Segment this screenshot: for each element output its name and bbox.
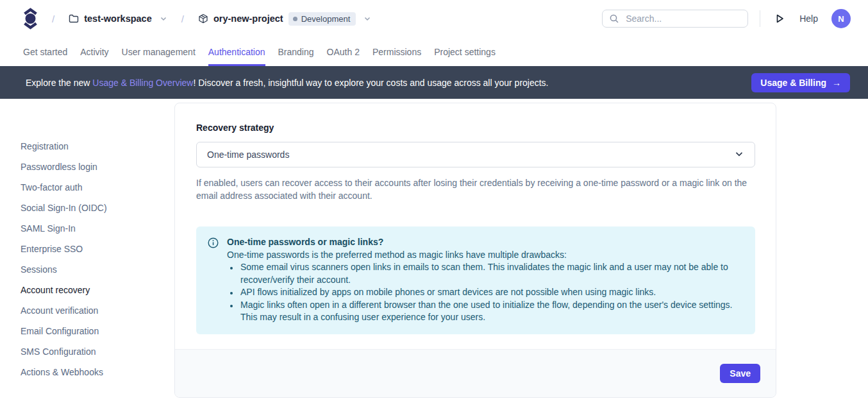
tab-branding[interactable]: Branding — [278, 37, 314, 66]
account-recovery-card: Recovery strategy One-time passwords If … — [174, 103, 776, 398]
recovery-strategy-selected-value: One-time passwords — [207, 149, 289, 160]
recovery-strategy-label: Recovery strategy — [196, 123, 755, 133]
sidebar-item-saml-sign-in[interactable]: SAML Sign-In — [21, 218, 174, 239]
info-box-bullet-list: Some email virus scanners open links in … — [227, 261, 742, 324]
top-header: / test-workspace / ory-new-project Devel… — [0, 0, 868, 37]
sidebar-item-email-configuration[interactable]: Email Configuration — [21, 321, 174, 341]
header-divider — [760, 10, 760, 27]
tab-project-settings[interactable]: Project settings — [434, 37, 496, 66]
tab-permissions[interactable]: Permissions — [372, 37, 421, 66]
recovery-strategy-select[interactable]: One-time passwords — [196, 142, 755, 167]
workspace-selector[interactable]: test-workspace — [69, 13, 167, 24]
usage-billing-banner: Explore the new Usage & Billing Overview… — [0, 66, 868, 99]
sidebar-item-two-factor-auth[interactable]: Two-factor auth — [21, 177, 174, 198]
project-selector[interactable]: ory-new-project Development — [198, 12, 371, 26]
sidebar-item-sessions[interactable]: Sessions — [21, 259, 174, 280]
authentication-sidebar: Registration Passwordless login Two-fact… — [0, 99, 174, 401]
usage-billing-overview-link[interactable]: Usage & Billing Overview — [92, 78, 193, 88]
sidebar-item-enterprise-sso[interactable]: Enterprise SSO — [21, 239, 174, 259]
tab-oauth2[interactable]: OAuth 2 — [327, 37, 360, 66]
help-link[interactable]: Help — [799, 13, 818, 24]
tab-authentication[interactable]: Authentication — [208, 37, 265, 66]
package-icon — [198, 13, 208, 24]
folder-icon — [69, 13, 79, 24]
chevron-down-icon — [363, 15, 371, 22]
info-box-bullet: Magic links often open in a different br… — [239, 299, 742, 324]
breadcrumb-separator: / — [52, 13, 54, 24]
usage-billing-button[interactable]: Usage & Billing → — [751, 73, 850, 92]
sidebar-item-actions-webhooks[interactable]: Actions & Webhooks — [21, 362, 174, 382]
play-icon[interactable] — [771, 10, 788, 27]
card-footer: Save — [175, 349, 776, 397]
usage-billing-button-label: Usage & Billing — [760, 78, 826, 88]
sidebar-item-sms-configuration[interactable]: SMS Configuration — [21, 341, 174, 362]
banner-text-after: ! Discover a fresh, insightful way to ex… — [193, 78, 548, 88]
info-icon — [208, 237, 219, 324]
info-box: One-time passwords or magic links? One-t… — [196, 226, 755, 334]
breadcrumb-separator: / — [181, 13, 184, 24]
user-avatar[interactable]: N — [831, 9, 851, 28]
banner-text-before: Explore the new — [26, 78, 92, 88]
chevron-down-icon — [160, 15, 167, 22]
info-box-bullet: API flows initialized by apps on mobile … — [239, 286, 742, 299]
workspace-name: test-workspace — [84, 13, 152, 24]
tab-activity[interactable]: Activity — [80, 37, 108, 66]
environment-label: Development — [301, 14, 351, 24]
save-button[interactable]: Save — [720, 364, 760, 383]
search-input[interactable] — [624, 13, 741, 24]
account-recovery-form: Recovery strategy One-time passwords If … — [175, 103, 776, 349]
recovery-description: If enabled, users can recover access to … — [196, 176, 755, 202]
sidebar-item-account-verification[interactable]: Account verification — [21, 300, 174, 321]
arrow-right-icon: → — [832, 78, 841, 88]
search-box[interactable] — [602, 10, 748, 28]
project-name: ory-new-project — [213, 13, 283, 24]
sidebar-item-account-recovery[interactable]: Account recovery — [21, 280, 174, 300]
ory-logo-icon[interactable] — [23, 6, 38, 31]
sidebar-item-passwordless-login[interactable]: Passwordless login — [21, 157, 174, 177]
tab-user-management[interactable]: User management — [122, 37, 196, 66]
project-nav-tabs: Get started Activity User management Aut… — [0, 37, 868, 66]
environment-badge: Development — [288, 12, 356, 26]
environment-dot-icon — [293, 17, 297, 21]
search-icon — [609, 13, 619, 24]
content-area: Registration Passwordless login Two-fact… — [0, 99, 868, 401]
chevron-down-icon — [734, 149, 744, 161]
info-box-title: One-time passwords or magic links? — [227, 236, 742, 249]
info-box-bullet: Some email virus scanners open links in … — [239, 261, 742, 286]
banner-text: Explore the new Usage & Billing Overview… — [26, 78, 549, 88]
sidebar-item-registration[interactable]: Registration — [21, 136, 174, 157]
sidebar-item-social-sign-in-oidc[interactable]: Social Sign-In (OIDC) — [21, 198, 174, 218]
tab-get-started[interactable]: Get started — [23, 37, 67, 66]
info-box-intro: One-time passwords is the preferred meth… — [227, 249, 742, 262]
info-box-content: One-time passwords or magic links? One-t… — [227, 236, 742, 324]
